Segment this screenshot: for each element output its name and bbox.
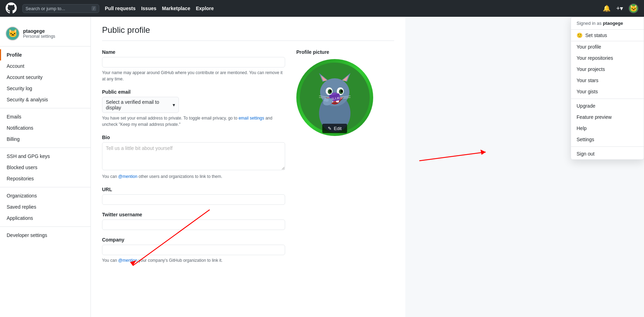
sidebar-divider-4 <box>0 226 91 227</box>
sidebar-item-organizations[interactable]: Organizations <box>0 190 91 201</box>
nav-right: 🔔 +▾ 🐱 <box>603 3 638 13</box>
nav-explore[interactable]: Explore <box>196 6 214 11</box>
sidebar-item-security-analysis[interactable]: Security & analysis <box>0 94 91 105</box>
nav-marketplace[interactable]: Marketplace <box>162 6 190 11</box>
profile-form: Name Your name may appear around GitHub … <box>102 49 285 271</box>
content-grid: Name Your name may appear around GitHub … <box>102 49 394 271</box>
set-status-item[interactable]: 🙂 Set status <box>571 30 644 41</box>
sidebar-item-profile[interactable]: Profile <box>0 49 91 60</box>
sidebar-item-ssh-gpg[interactable]: SSH and GPG keys <box>0 151 91 162</box>
nav-pull-requests[interactable]: Pull requests <box>105 6 136 11</box>
sidebar-item-developer-settings[interactable]: Developer settings <box>0 230 91 241</box>
set-status-label: Set status <box>585 33 607 38</box>
dropdown-item-upgrade[interactable]: Upgrade <box>571 100 644 111</box>
sidebar-item-saved-replies[interactable]: Saved replies <box>0 201 91 212</box>
svg-point-11 <box>330 90 332 92</box>
profile-picture-label: Profile picture <box>296 49 394 55</box>
sidebar-item-account[interactable]: Account <box>0 60 91 72</box>
edit-profile-picture-button[interactable]: ✎ Edit <box>322 124 347 133</box>
company-mention-link[interactable]: @mention <box>118 258 137 263</box>
nav-issues[interactable]: Issues <box>141 6 157 11</box>
email-field-group: Public email Select a verified email to … <box>102 89 285 128</box>
sidebar-item-applications[interactable]: Applications <box>0 212 91 224</box>
company-field-group: Company You can @mention your company's … <box>102 237 285 264</box>
top-nav: Search or jump to... / Pull requests Iss… <box>0 0 644 17</box>
github-logo[interactable] <box>6 2 17 15</box>
sidebar-item-notifications[interactable]: Notifications <box>0 122 91 134</box>
chevron-down-icon: ▾ <box>173 102 175 108</box>
bio-textarea[interactable] <box>102 142 285 170</box>
sidebar-item-emails[interactable]: Emails <box>0 111 91 122</box>
sidebar-item-blocked-users[interactable]: Blocked users <box>0 162 91 173</box>
twitter-label: Twitter username <box>102 212 285 217</box>
email-label: Public email <box>102 89 285 95</box>
dropdown-divider-2 <box>571 146 644 147</box>
dropdown-item-stars[interactable]: Your stars <box>571 75 644 86</box>
main-content: Public profile Name Your name may appear… <box>91 17 405 317</box>
dropdown-username: ptaogege <box>603 21 623 26</box>
nav-links: Pull requests Issues Marketplace Explore <box>105 6 214 11</box>
bio-field-group: Bio You can @mention other users and org… <box>102 135 285 180</box>
dropdown-signed-in: Signed in as ptaogege <box>571 17 644 30</box>
email-select[interactable]: Select a verified email to display ▾ <box>102 97 179 113</box>
pencil-icon: ✎ <box>328 126 332 131</box>
name-field-group: Name Your name may appear around GitHub … <box>102 49 285 82</box>
dropdown-item-help[interactable]: Help <box>571 123 644 134</box>
name-label: Name <box>102 49 285 55</box>
page-layout: 🐱 ptaogege Personal settings Profile Acc… <box>0 17 644 317</box>
email-settings-link[interactable]: email settings <box>239 116 264 121</box>
sidebar-item-security-log[interactable]: Security log <box>0 83 91 94</box>
twitter-input[interactable] <box>102 219 285 230</box>
add-icon[interactable]: +▾ <box>616 5 623 12</box>
sidebar-item-account-security[interactable]: Account security <box>0 72 91 83</box>
search-slash: / <box>92 6 96 11</box>
sidebar-avatar: 🐱 <box>6 27 20 41</box>
settings-sidebar: 🐱 ptaogege Personal settings Profile Acc… <box>0 17 91 317</box>
name-input[interactable] <box>102 57 285 67</box>
sidebar-divider-2 <box>0 147 91 148</box>
sidebar-divider-1 <box>0 108 91 108</box>
dropdown-item-repositories[interactable]: Your repositories <box>571 52 644 64</box>
url-label: URL <box>102 187 285 192</box>
company-hint: You can @mention your company's GitHub o… <box>102 257 285 264</box>
bio-label: Bio <box>102 135 285 140</box>
bio-hint: You can @mention other users and organiz… <box>102 173 285 180</box>
dropdown-item-gists[interactable]: Your gists <box>571 86 644 97</box>
emoji-icon: 🙂 <box>577 33 583 38</box>
sidebar-user-info: 🐱 ptaogege Personal settings <box>0 24 91 46</box>
notifications-icon[interactable]: 🔔 <box>603 5 610 12</box>
dropdown-item-projects[interactable]: Your projects <box>571 64 644 75</box>
user-dropdown-menu: Signed in as ptaogege 🙂 Set status Your … <box>571 17 644 160</box>
search-placeholder: Search or jump to... <box>26 6 65 11</box>
company-label: Company <box>102 237 285 243</box>
url-input[interactable] <box>102 194 285 205</box>
email-hint: You have set your email address to priva… <box>102 115 285 128</box>
email-select-placeholder: Select a verified email to display <box>106 99 171 110</box>
tom-cat-svg: 惡人粉 <box>300 63 370 132</box>
dropdown-divider-1 <box>571 99 644 99</box>
name-hint: Your name may appear around GitHub where… <box>102 70 285 82</box>
sidebar-divider-3 <box>0 187 91 187</box>
user-avatar[interactable]: 🐱 <box>629 3 638 13</box>
svg-point-12 <box>341 90 343 92</box>
edit-label: Edit <box>334 126 341 131</box>
page-title: Public profile <box>102 25 394 41</box>
twitter-field-group: Twitter username <box>102 212 285 230</box>
sidebar-item-repositories[interactable]: Repositories <box>0 173 91 184</box>
url-field-group: URL <box>102 187 285 205</box>
bio-mention-link[interactable]: @mention <box>118 174 137 179</box>
sidebar-subtitle: Personal settings <box>23 34 55 39</box>
dropdown-item-feature-preview[interactable]: Feature preview <box>571 111 644 123</box>
dropdown-item-settings[interactable]: Settings <box>571 134 644 145</box>
dropdown-item-your-profile[interactable]: Your profile <box>571 41 644 52</box>
company-input[interactable] <box>102 245 285 255</box>
profile-picture-section: Profile picture <box>296 49 394 271</box>
dropdown-item-sign-out[interactable]: Sign out <box>571 148 644 159</box>
search-bar[interactable]: Search or jump to... / <box>22 4 99 13</box>
sidebar-username: ptaogege <box>23 28 55 34</box>
sidebar-item-billing[interactable]: Billing <box>0 134 91 145</box>
profile-picture-container: 惡人粉 ✎ Edit <box>296 59 373 136</box>
